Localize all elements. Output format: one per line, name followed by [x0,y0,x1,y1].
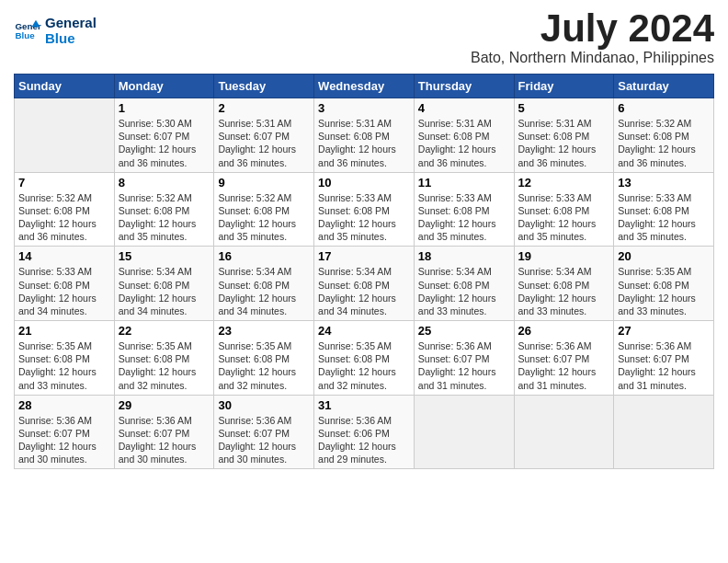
day-info: Sunrise: 5:30 AMSunset: 6:07 PMDaylight:… [119,117,210,169]
day-cell: 28Sunrise: 5:36 AMSunset: 6:07 PMDayligh… [15,395,115,469]
day-number: 20 [618,249,710,263]
month-title: July 2024 [471,9,714,48]
day-info: Sunrise: 5:33 AMSunset: 6:08 PMDaylight:… [618,191,710,244]
logo: General Blue General Blue [14,15,97,46]
day-info: Sunrise: 5:31 AMSunset: 6:08 PMDaylight:… [518,117,610,169]
day-number: 13 [618,176,710,190]
day-cell: 19Sunrise: 5:34 AMSunset: 6:08 PMDayligh… [514,247,614,321]
header-tuesday: Tuesday [214,75,314,98]
day-info: Sunrise: 5:36 AMSunset: 6:07 PMDaylight:… [119,414,210,466]
week-row-4: 21Sunrise: 5:35 AMSunset: 6:08 PMDayligh… [15,321,714,396]
day-cell: 11Sunrise: 5:33 AMSunset: 6:08 PMDayligh… [414,172,514,247]
day-number: 17 [318,249,410,263]
day-number: 26 [518,324,610,338]
day-info: Sunrise: 5:34 AMSunset: 6:08 PMDaylight:… [518,265,610,317]
day-number: 8 [119,176,210,190]
day-number: 2 [218,101,310,115]
day-number: 12 [518,176,610,190]
day-info: Sunrise: 5:34 AMSunset: 6:08 PMDaylight:… [119,265,210,317]
day-number: 9 [218,176,310,190]
location: Bato, Northern Mindanao, Philippines [471,50,714,66]
header-wednesday: Wednesday [314,75,415,98]
page-header: General Blue General Blue July 2024 Bato… [14,9,714,66]
day-cell: 9Sunrise: 5:32 AMSunset: 6:08 PMDaylight… [214,172,314,247]
day-number: 18 [418,249,510,263]
day-cell: 30Sunrise: 5:36 AMSunset: 6:07 PMDayligh… [214,395,314,469]
day-info: Sunrise: 5:33 AMSunset: 6:08 PMDaylight:… [318,191,410,244]
day-number: 23 [218,324,310,338]
day-cell: 16Sunrise: 5:34 AMSunset: 6:08 PMDayligh… [214,247,314,321]
header-friday: Friday [514,75,614,98]
day-cell: 23Sunrise: 5:35 AMSunset: 6:08 PMDayligh… [214,321,314,396]
day-cell: 13Sunrise: 5:33 AMSunset: 6:08 PMDayligh… [614,172,714,247]
week-row-2: 7Sunrise: 5:32 AMSunset: 6:08 PMDaylight… [15,172,714,247]
day-number: 5 [518,101,610,115]
logo-line2: Blue [45,30,97,46]
day-number: 27 [618,324,710,338]
day-cell: 15Sunrise: 5:34 AMSunset: 6:08 PMDayligh… [114,247,214,321]
day-info: Sunrise: 5:35 AMSunset: 6:08 PMDaylight:… [318,339,410,392]
day-cell: 4Sunrise: 5:31 AMSunset: 6:08 PMDaylight… [414,98,514,173]
day-cell: 17Sunrise: 5:34 AMSunset: 6:08 PMDayligh… [314,247,415,321]
header-thursday: Thursday [414,75,514,98]
day-info: Sunrise: 5:35 AMSunset: 6:08 PMDaylight:… [18,339,110,392]
day-number: 21 [18,324,110,338]
header-sunday: Sunday [15,75,115,98]
day-cell: 8Sunrise: 5:32 AMSunset: 6:08 PMDaylight… [114,172,214,247]
day-cell: 21Sunrise: 5:35 AMSunset: 6:08 PMDayligh… [15,321,115,396]
day-info: Sunrise: 5:31 AMSunset: 6:07 PMDaylight:… [218,117,310,169]
day-number: 7 [18,176,110,190]
day-info: Sunrise: 5:32 AMSunset: 6:08 PMDaylight:… [218,191,310,244]
week-row-1: 1Sunrise: 5:30 AMSunset: 6:07 PMDaylight… [15,98,714,173]
day-number: 22 [119,324,210,338]
week-row-5: 28Sunrise: 5:36 AMSunset: 6:07 PMDayligh… [15,395,714,469]
day-cell: 24Sunrise: 5:35 AMSunset: 6:08 PMDayligh… [314,321,415,396]
day-info: Sunrise: 5:32 AMSunset: 6:08 PMDaylight:… [119,191,210,244]
header-row: SundayMondayTuesdayWednesdayThursdayFrid… [15,75,714,98]
day-number: 14 [18,249,110,263]
day-number: 16 [218,249,310,263]
day-number: 28 [18,398,110,412]
day-info: Sunrise: 5:35 AMSunset: 6:08 PMDaylight:… [218,339,310,392]
day-cell: 31Sunrise: 5:36 AMSunset: 6:06 PMDayligh… [314,395,415,469]
day-info: Sunrise: 5:34 AMSunset: 6:08 PMDaylight:… [418,265,510,317]
day-info: Sunrise: 5:36 AMSunset: 6:07 PMDaylight:… [218,414,310,466]
day-info: Sunrise: 5:34 AMSunset: 6:08 PMDaylight:… [218,265,310,317]
header-monday: Monday [114,75,214,98]
day-cell: 6Sunrise: 5:32 AMSunset: 6:08 PMDaylight… [614,98,714,173]
day-number: 4 [418,101,510,115]
day-cell: 20Sunrise: 5:35 AMSunset: 6:08 PMDayligh… [614,247,714,321]
day-cell: 29Sunrise: 5:36 AMSunset: 6:07 PMDayligh… [114,395,214,469]
day-info: Sunrise: 5:36 AMSunset: 6:07 PMDaylight:… [18,414,110,466]
day-info: Sunrise: 5:36 AMSunset: 6:07 PMDaylight:… [518,339,610,392]
day-info: Sunrise: 5:36 AMSunset: 6:07 PMDaylight:… [418,339,510,392]
day-info: Sunrise: 5:32 AMSunset: 6:08 PMDaylight:… [618,117,710,169]
day-cell [414,395,514,469]
day-number: 25 [418,324,510,338]
day-number: 31 [318,398,410,412]
header-saturday: Saturday [614,75,714,98]
day-info: Sunrise: 5:31 AMSunset: 6:08 PMDaylight:… [418,117,510,169]
day-cell: 14Sunrise: 5:33 AMSunset: 6:08 PMDayligh… [15,247,115,321]
day-cell: 22Sunrise: 5:35 AMSunset: 6:08 PMDayligh… [114,321,214,396]
day-cell: 25Sunrise: 5:36 AMSunset: 6:07 PMDayligh… [414,321,514,396]
day-number: 10 [318,176,410,190]
logo-line1: General [45,15,97,30]
day-cell: 1Sunrise: 5:30 AMSunset: 6:07 PMDaylight… [114,98,214,173]
day-info: Sunrise: 5:36 AMSunset: 6:06 PMDaylight:… [318,414,410,466]
day-info: Sunrise: 5:31 AMSunset: 6:08 PMDaylight:… [318,117,410,169]
day-info: Sunrise: 5:33 AMSunset: 6:08 PMDaylight:… [518,191,610,244]
day-info: Sunrise: 5:33 AMSunset: 6:08 PMDaylight:… [18,265,110,317]
day-info: Sunrise: 5:35 AMSunset: 6:08 PMDaylight:… [618,265,710,317]
day-cell: 3Sunrise: 5:31 AMSunset: 6:08 PMDaylight… [314,98,415,173]
day-cell: 7Sunrise: 5:32 AMSunset: 6:08 PMDaylight… [15,172,115,247]
day-number: 29 [119,398,210,412]
day-info: Sunrise: 5:35 AMSunset: 6:08 PMDaylight:… [119,339,210,392]
day-cell [614,395,714,469]
day-number: 1 [119,101,210,115]
title-block: July 2024 Bato, Northern Mindanao, Phili… [471,9,714,66]
day-cell: 10Sunrise: 5:33 AMSunset: 6:08 PMDayligh… [314,172,415,247]
svg-text:Blue: Blue [16,30,36,40]
day-cell [514,395,614,469]
day-cell: 12Sunrise: 5:33 AMSunset: 6:08 PMDayligh… [514,172,614,247]
